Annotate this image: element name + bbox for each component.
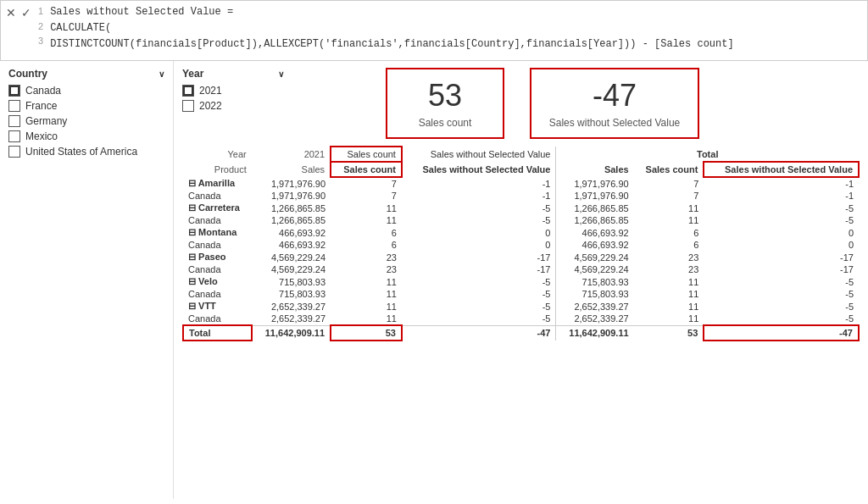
table-row: -5: [704, 313, 859, 325]
table-row: 11: [634, 300, 704, 313]
year-label: Year: [183, 147, 252, 162]
checkbox-2021[interactable]: [182, 85, 194, 97]
table-row: 1,266,865.85: [252, 202, 331, 214]
table-row: Canada: [183, 214, 252, 226]
table-row: ⊟ Paseo: [183, 251, 252, 263]
product-label: Product: [183, 162, 252, 177]
table-row: 715,803.93: [556, 275, 634, 288]
list-item[interactable]: 2022: [182, 100, 284, 112]
table-row: ⊟ Carretera: [183, 202, 252, 214]
checkbox-france[interactable]: [8, 100, 20, 112]
table-area: Year 2021 Sales count Sales without Sele…: [174, 146, 868, 499]
list-item[interactable]: Canada: [8, 85, 164, 97]
sales-count-col-header: Sales count: [331, 162, 402, 177]
table-row: -1: [402, 177, 556, 190]
table-row: Canada: [183, 263, 252, 275]
table-row: 6: [634, 226, 704, 239]
table-row: -5: [402, 202, 556, 214]
table-row: 1,266,865.85: [252, 214, 331, 226]
total-count: 53: [331, 325, 402, 341]
table-row: -5: [402, 288, 556, 300]
table-row: 7: [331, 177, 402, 190]
table-row: 2,652,339.27: [556, 313, 634, 325]
table-row: 4,569,229.24: [252, 251, 331, 263]
checkbox-germany[interactable]: [8, 115, 20, 127]
country-slicer-panel: Country ∨ Canada France Germany Mexico: [0, 61, 174, 499]
chevron-down-icon[interactable]: ∨: [159, 69, 164, 79]
list-item[interactable]: Germany: [8, 115, 164, 127]
checkbox-2022[interactable]: [182, 100, 194, 112]
table-row: 2,652,339.27: [252, 300, 331, 313]
kpi-sales-count-label: Sales count: [404, 117, 486, 129]
formula-line3: DISTINCTCOUNT(financials[Product]),ALLEX…: [50, 36, 734, 53]
table-row: -1: [704, 190, 859, 202]
table-row: 2,652,339.27: [252, 313, 331, 325]
formula-line1: Sales without Selected Value =: [50, 4, 734, 20]
table-row: 23: [634, 251, 704, 263]
table-row: -5: [402, 313, 556, 325]
table-row: ⊟ Velo: [183, 275, 252, 288]
formula-bar: ✕ ✓ 1 2 3 Sales without Selected Value =…: [0, 0, 868, 61]
table-row: 7: [634, 177, 704, 190]
table-row: 6: [331, 226, 402, 239]
table-row: 4,569,229.24: [252, 263, 331, 275]
main-content: Country ∨ Canada France Germany Mexico: [0, 61, 868, 499]
table-row: 4,569,229.24: [556, 263, 634, 275]
table-row: -1: [704, 177, 859, 190]
table-row: -1: [402, 190, 556, 202]
year-slicer-items: 2021 2022: [182, 85, 284, 112]
table-row: 0: [704, 226, 859, 239]
right-panel: Year ∨ 2021 2022 53: [174, 61, 868, 499]
checkbox-usa[interactable]: [8, 146, 20, 158]
table-row: 715,803.93: [556, 288, 634, 300]
table-row: 1,266,865.85: [556, 214, 634, 226]
checkbox-canada[interactable]: [8, 85, 20, 97]
without-col-header: Sales without Selected Value: [402, 162, 556, 177]
total-count-col: Sales count: [634, 162, 704, 177]
table-row: 7: [634, 190, 704, 202]
table-row: 11: [331, 202, 402, 214]
total-without-col: Sales without Selected Value: [704, 162, 859, 177]
table-row: 0: [402, 239, 556, 251]
table-row: -5: [704, 300, 859, 313]
table-row: 6: [634, 239, 704, 251]
list-item[interactable]: United States of America: [8, 146, 164, 158]
table-row: 11: [634, 275, 704, 288]
table-row: 11: [634, 288, 704, 300]
table-row: -17: [402, 263, 556, 275]
table-row: 11: [634, 313, 704, 325]
sales-count-header: Sales count: [331, 147, 402, 162]
table-row: Canada: [183, 190, 252, 202]
total-sales: 11,642,909.11: [252, 325, 331, 341]
table-row: 1,266,865.85: [556, 202, 634, 214]
list-item[interactable]: France: [8, 100, 164, 112]
table-row: 1,971,976.90: [556, 190, 634, 202]
close-icon[interactable]: ✕: [6, 6, 16, 19]
kpi-sales-without-value: -47: [548, 78, 681, 114]
table-row: -5: [402, 300, 556, 313]
chevron-down-icon[interactable]: ∨: [278, 69, 284, 79]
table-row: 715,803.93: [252, 288, 331, 300]
total-t-sales: 11,642,909.11: [556, 325, 634, 341]
list-item[interactable]: Mexico: [8, 130, 164, 142]
table-row: 1,971,976.90: [556, 177, 634, 190]
check-icon[interactable]: ✓: [21, 6, 31, 19]
sales-without-header: Sales without Selected Value: [402, 147, 556, 162]
formula-code[interactable]: Sales without Selected Value = CALCULATE…: [50, 4, 734, 53]
table-row: 0: [402, 226, 556, 239]
table-row: 23: [634, 263, 704, 275]
table-row: 11: [634, 202, 704, 214]
list-item[interactable]: 2021: [182, 85, 284, 97]
kpi-sales-without-label: Sales without Selected Value: [548, 117, 681, 129]
table-row: -17: [704, 263, 859, 275]
table-row: -5: [704, 214, 859, 226]
table-row: 1,971,976.90: [252, 177, 331, 190]
table-row: 2,652,339.27: [556, 300, 634, 313]
table-row: ⊟ Montana: [183, 226, 252, 239]
table-row: ⊟ Amarilla: [183, 177, 252, 190]
year-slicer-panel: Year ∨ 2021 2022: [182, 68, 284, 112]
checkbox-mexico[interactable]: [8, 130, 20, 142]
table-row: 23: [331, 263, 402, 275]
table-row: 466,693.92: [252, 239, 331, 251]
table-row: 7: [331, 190, 402, 202]
